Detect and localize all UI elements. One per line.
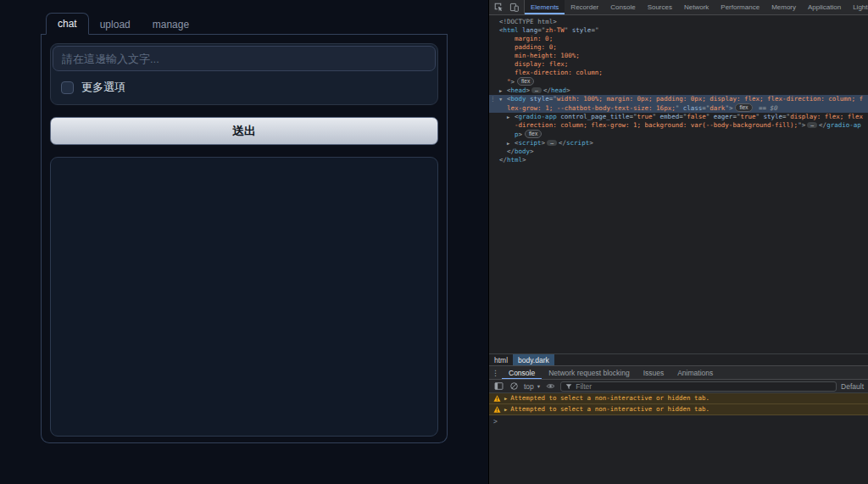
console-filter-input[interactable] xyxy=(576,382,832,391)
dom-tree-row[interactable]: </body> xyxy=(489,147,868,156)
drawer-tab-issues[interactable]: Issues xyxy=(637,366,671,380)
code-token: margin: 0; xyxy=(515,35,553,42)
dom-tree-row[interactable]: ▶<gradio-app control_page_title="true" e… xyxy=(489,113,868,139)
more-options-row[interactable]: 更多選項 xyxy=(53,71,436,103)
code-token: style xyxy=(568,26,591,34)
code-token: =" xyxy=(782,113,790,120)
expand-arrow-icon[interactable]: ▶ xyxy=(507,113,509,121)
code-token: =" xyxy=(537,26,545,34)
dom-tree-row[interactable]: <html lang="zh-TW" style=" xyxy=(489,26,868,35)
warning-icon xyxy=(493,406,501,413)
app-tab-upload[interactable]: upload xyxy=(89,14,142,35)
devtools-tab-memory[interactable]: Memory xyxy=(765,0,802,14)
prompt-chevron-icon: > xyxy=(493,418,498,426)
log-levels-dropdown[interactable]: Default xyxy=(841,382,864,391)
live-expression-eye-icon[interactable] xyxy=(545,381,556,392)
drawer-tab-network-request-blocking[interactable]: Network request blocking xyxy=(542,366,636,380)
app-tab-chat[interactable]: chat xyxy=(46,13,89,35)
gradio-app: chatuploadmanage 更多選項 送出 xyxy=(41,12,448,443)
expand-children-button[interactable]: … xyxy=(807,122,817,128)
devtools-tab-console[interactable]: Console xyxy=(604,0,641,14)
dom-breadcrumb-bar: htmlbody.dark xyxy=(489,353,868,365)
console-messages: ▶Attempted to select a non-interactive o… xyxy=(489,393,868,484)
code-token: eager xyxy=(709,113,732,120)
devtools-tab-sources[interactable]: Sources xyxy=(642,0,678,14)
devtools-tab-application[interactable]: Application xyxy=(802,0,847,14)
dom-tree-row[interactable]: margin: 0; xyxy=(489,35,868,43)
code-token: > xyxy=(522,156,526,164)
code-token: dark xyxy=(709,104,725,112)
code-token: padding: 0; xyxy=(515,43,557,51)
flex-badge[interactable]: flex xyxy=(525,130,542,138)
code-token: true xyxy=(740,113,755,120)
device-toolbar-icon[interactable] xyxy=(508,1,520,14)
devtools-tab-network[interactable]: Network xyxy=(678,0,715,14)
console-prompt[interactable]: > xyxy=(489,415,868,428)
more-options-label: 更多選項 xyxy=(81,80,125,95)
screen: chatuploadmanage 更多選項 送出 xyxy=(0,0,868,484)
code-token: > xyxy=(589,139,593,147)
console-toolbar: top ▼ Default xyxy=(489,380,868,393)
warning-icon xyxy=(493,395,501,402)
breadcrumb-html[interactable]: html xyxy=(489,354,513,366)
code-token: script xyxy=(566,139,589,147)
devtools-toolbar-icons xyxy=(489,0,525,14)
collapse-arrow-icon[interactable]: ▼ xyxy=(499,95,502,103)
expand-children-button[interactable]: … xyxy=(547,140,557,146)
code-token: min-height: 100%; xyxy=(515,52,580,59)
drawer-tab-bar: ⋮ ConsoleNetwork request blockingIssuesA… xyxy=(489,365,868,380)
node-options-icon[interactable]: ⋮ xyxy=(490,95,496,103)
dom-tree-row[interactable]: ⋮▼<body style="width: 100%; margin: 0px;… xyxy=(489,95,868,113)
dom-tree-row[interactable]: ▶<head>…</head> xyxy=(489,86,868,95)
code-token: flex-direction: column; xyxy=(515,69,603,76)
dom-tree-row[interactable]: </html> xyxy=(489,156,868,164)
submit-button[interactable]: 送出 xyxy=(50,117,438,145)
dom-tree-row[interactable]: ">flex xyxy=(489,77,868,86)
console-message[interactable]: ▶Attempted to select a non-interactive o… xyxy=(489,404,868,415)
expand-arrow-icon[interactable]: ▶ xyxy=(499,86,502,95)
flex-badge[interactable]: flex xyxy=(517,77,534,86)
code-token: lang xyxy=(519,26,538,34)
code-token: <!DOCTYPE html> xyxy=(499,18,557,25)
clear-console-icon[interactable] xyxy=(509,381,520,392)
devtools-tab-elements[interactable]: Elements xyxy=(525,0,565,14)
console-sidebar-icon[interactable] xyxy=(493,381,504,392)
drawer-tab-console[interactable]: Console xyxy=(502,366,542,380)
chat-text-input[interactable] xyxy=(53,46,436,71)
code-token: gradio-app xyxy=(519,113,557,120)
dom-tree-row[interactable]: min-height: 100%; xyxy=(489,52,868,60)
dom-tree-row[interactable]: flex-direction: column; xyxy=(489,69,868,77)
console-message-text: Attempted to select a non-interactive or… xyxy=(510,405,709,414)
devtools-tab-performance[interactable]: Performance xyxy=(715,0,765,14)
code-token: html xyxy=(507,156,522,164)
devtools-tab-bar: ElementsRecorderConsoleSourcesNetworkPer… xyxy=(525,0,868,14)
code-token: body xyxy=(511,95,526,103)
expand-message-arrow-icon[interactable]: ▶ xyxy=(504,394,507,403)
console-message[interactable]: ▶Attempted to select a non-interactive o… xyxy=(489,393,868,404)
dom-tree-row[interactable]: display: flex; xyxy=(489,60,868,69)
expand-arrow-icon[interactable]: ▶ xyxy=(507,139,509,147)
code-token: zh-TW xyxy=(545,26,565,34)
drawer-tab-animations[interactable]: Animations xyxy=(670,366,720,380)
dom-tree-row[interactable]: <!DOCTYPE html> xyxy=(489,18,868,26)
chat-tab-panel: 更多選項 送出 xyxy=(41,35,448,443)
code-token: > xyxy=(511,78,515,86)
dom-tree-row[interactable]: padding: 0; xyxy=(489,43,868,52)
frame-context-selector[interactable]: top ▼ xyxy=(524,382,541,391)
code-token: > xyxy=(566,86,570,94)
code-token: </ xyxy=(507,147,515,155)
drawer-menu-icon[interactable]: ⋮ xyxy=(489,369,502,377)
expand-message-arrow-icon[interactable]: ▶ xyxy=(504,405,507,414)
devtools-tab-lighthouse[interactable]: Lighthouse xyxy=(847,0,868,14)
breadcrumb-body-dark[interactable]: body.dark xyxy=(513,354,554,366)
expand-children-button[interactable]: … xyxy=(531,87,542,93)
devtools-tab-recorder[interactable]: Recorder xyxy=(565,0,604,14)
flex-badge[interactable]: flex xyxy=(735,103,752,112)
app-tab-manage[interactable]: manage xyxy=(142,14,200,35)
code-token: display: flex; xyxy=(515,60,568,68)
more-options-checkbox[interactable] xyxy=(61,81,74,94)
chatbot-display xyxy=(50,157,438,437)
inspect-element-icon[interactable] xyxy=(492,1,505,14)
dom-tree-row[interactable]: ▶<script>…</script> xyxy=(489,139,868,147)
code-token: control_page_title xyxy=(557,113,630,120)
